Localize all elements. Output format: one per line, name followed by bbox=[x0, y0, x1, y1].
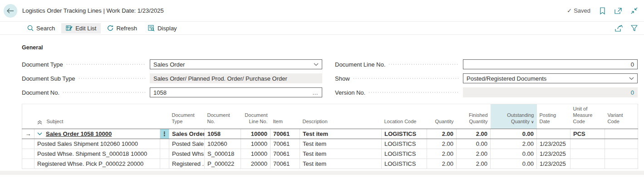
show-select[interactable]: Posted/Registered Documents bbox=[463, 73, 638, 83]
column-header-document-type[interactable]: Document Type bbox=[169, 104, 205, 129]
chevron-down-icon[interactable] bbox=[314, 63, 319, 66]
finished-quantity-cell[interactable]: 2.00 bbox=[457, 149, 491, 159]
column-header-variant-code[interactable]: Variant Code bbox=[605, 104, 638, 129]
table-row[interactable]: → Sales Order 1058 10000 ⋮ Sales Order 1… bbox=[22, 129, 638, 139]
dotted-leader bbox=[66, 64, 146, 65]
chevron-down-icon[interactable] bbox=[629, 77, 634, 80]
document-no-cell[interactable]: 1058 bbox=[205, 129, 241, 139]
document-type-cell[interactable]: Posted Whs... bbox=[169, 149, 205, 159]
finished-quantity-cell[interactable]: 0.00 bbox=[457, 139, 491, 149]
posting-date-cell[interactable]: 1/23/2025 bbox=[537, 159, 570, 169]
subject-cell[interactable]: Posted Whse. Shipment S_000018 10000 bbox=[34, 149, 160, 159]
table-row[interactable]: Posted Sales Shipment 102060 10000 Poste… bbox=[22, 139, 638, 149]
column-header-item[interactable]: Item bbox=[270, 104, 300, 129]
outstanding-quantity-cell[interactable]: 0.00 bbox=[491, 149, 537, 159]
variant-code-cell[interactable] bbox=[605, 149, 638, 159]
dotted-leader bbox=[368, 92, 459, 93]
column-header-outstanding-quantity[interactable]: Outstanding Quantity∨ bbox=[491, 104, 537, 129]
location-code-cell[interactable]: LOGISTICS bbox=[382, 159, 427, 169]
collapse-window-icon[interactable] bbox=[631, 7, 638, 14]
edit-list-button[interactable]: Edit List bbox=[61, 23, 101, 34]
item-cell[interactable]: 70061 bbox=[270, 129, 300, 139]
column-header-description[interactable]: Description bbox=[300, 104, 382, 129]
document-type-cell[interactable]: Posted Sale... bbox=[169, 139, 205, 149]
document-no-cell[interactable]: S_000018 bbox=[205, 149, 241, 159]
document-line-no-input[interactable]: 0 bbox=[463, 59, 638, 69]
subject-link[interactable]: Sales Order 1058 10000 bbox=[46, 130, 112, 137]
assist-edit-icon[interactable]: … bbox=[312, 89, 319, 96]
row-selector-cell[interactable] bbox=[22, 159, 34, 169]
column-header-posting-date[interactable]: Posting Date bbox=[537, 104, 570, 129]
column-header-location-code[interactable]: Location Code bbox=[382, 104, 427, 129]
description-cell[interactable]: Test item bbox=[300, 149, 382, 159]
row-selector-header bbox=[22, 104, 34, 129]
share-icon[interactable] bbox=[615, 25, 623, 32]
back-button[interactable] bbox=[4, 4, 17, 18]
unit-of-measure-code-cell[interactable] bbox=[570, 149, 605, 159]
display-button[interactable]: Display bbox=[143, 23, 182, 34]
posting-date-cell[interactable] bbox=[537, 129, 570, 139]
column-header-document-line-no[interactable]: Document Line No. bbox=[241, 104, 270, 129]
outstanding-quantity-cell[interactable]: 0.00 bbox=[491, 159, 537, 169]
finished-quantity-cell[interactable]: 2.00 bbox=[457, 129, 491, 139]
description-cell[interactable]: Test item bbox=[300, 159, 382, 169]
search-label: Search bbox=[36, 25, 55, 32]
row-selector-cell[interactable]: → bbox=[22, 129, 34, 139]
expand-row-icon[interactable] bbox=[37, 132, 42, 135]
quantity-cell[interactable]: 2.00 bbox=[427, 149, 457, 159]
document-type-cell[interactable]: Registered ... bbox=[169, 159, 205, 169]
item-cell[interactable]: 70061 bbox=[270, 149, 300, 159]
location-code-cell[interactable]: LOGISTICS bbox=[382, 139, 427, 149]
dotted-leader bbox=[388, 64, 459, 65]
quantity-cell[interactable]: 2.00 bbox=[427, 139, 457, 149]
quantity-cell[interactable]: 2.00 bbox=[427, 129, 457, 139]
outstanding-quantity-cell[interactable]: 2.00 bbox=[491, 139, 537, 149]
unit-of-measure-code-cell[interactable] bbox=[570, 139, 605, 149]
description-cell[interactable]: Test item bbox=[300, 139, 382, 149]
quantity-cell[interactable]: 2.00 bbox=[427, 159, 457, 169]
edit-list-label: Edit List bbox=[75, 25, 96, 32]
posting-date-cell[interactable]: 1/23/2025 bbox=[537, 149, 570, 159]
document-no-cell[interactable]: 102060 bbox=[205, 139, 241, 149]
filter-icon[interactable] bbox=[631, 25, 638, 31]
document-line-no-cell[interactable]: 10000 bbox=[241, 139, 270, 149]
item-cell[interactable]: 70061 bbox=[270, 139, 300, 149]
table-row[interactable]: Posted Whse. Shipment S_000018 10000 Pos… bbox=[22, 149, 638, 159]
variant-code-cell[interactable] bbox=[605, 129, 638, 139]
column-header-finished-quantity[interactable]: Finished Quantity bbox=[457, 104, 491, 129]
subject-cell[interactable]: Sales Order 1058 10000 bbox=[34, 129, 160, 139]
row-selector-cell[interactable] bbox=[22, 149, 34, 159]
finished-quantity-cell[interactable]: 2.00 bbox=[457, 159, 491, 169]
row-menu-button[interactable]: ⋮ bbox=[160, 129, 169, 139]
column-header-subject[interactable]: Subject bbox=[34, 104, 160, 129]
column-header-quantity[interactable]: Quantity bbox=[427, 104, 457, 129]
document-no-input[interactable]: 1058 … bbox=[150, 87, 322, 97]
refresh-button[interactable]: Refresh bbox=[103, 23, 142, 34]
location-code-cell[interactable]: LOGISTICS bbox=[382, 149, 427, 159]
document-no-cell[interactable]: P_000022 bbox=[205, 159, 241, 169]
item-cell[interactable]: 70061 bbox=[270, 159, 300, 169]
subject-cell[interactable]: Posted Sales Shipment 102060 10000 bbox=[34, 139, 160, 149]
collapse-all-icon[interactable] bbox=[37, 120, 42, 125]
unit-of-measure-code-cell[interactable] bbox=[570, 159, 605, 169]
variant-code-cell[interactable] bbox=[605, 159, 638, 169]
document-line-no-cell[interactable]: 20000 bbox=[241, 159, 270, 169]
location-code-cell[interactable]: LOGISTICS bbox=[382, 129, 427, 139]
outstanding-quantity-cell[interactable]: 0.00 bbox=[491, 129, 537, 139]
posting-date-cell[interactable]: 1/23/2025 bbox=[537, 139, 570, 149]
description-cell[interactable]: Test item bbox=[300, 129, 382, 139]
document-type-select[interactable]: Sales Order bbox=[150, 59, 322, 69]
unit-of-measure-code-cell[interactable]: PCS bbox=[570, 129, 605, 139]
document-line-no-cell[interactable]: 10000 bbox=[241, 149, 270, 159]
document-line-no-cell[interactable]: 10000 bbox=[241, 129, 270, 139]
variant-code-cell[interactable] bbox=[605, 139, 638, 149]
subject-cell[interactable]: Registered Whse. Pick P_000022 20000 bbox=[34, 159, 160, 169]
column-header-document-no[interactable]: Document No. bbox=[205, 104, 241, 129]
row-selector-cell[interactable] bbox=[22, 139, 34, 149]
bookmark-icon[interactable] bbox=[600, 7, 605, 14]
open-in-new-window-icon[interactable] bbox=[615, 8, 622, 14]
column-header-unit-of-measure-code[interactable]: Unit of Measure Code bbox=[570, 104, 605, 129]
document-type-cell[interactable]: Sales Order bbox=[169, 129, 205, 139]
search-button[interactable]: Search bbox=[23, 23, 59, 34]
table-row[interactable]: Registered Whse. Pick P_000022 20000 Reg… bbox=[22, 159, 638, 169]
